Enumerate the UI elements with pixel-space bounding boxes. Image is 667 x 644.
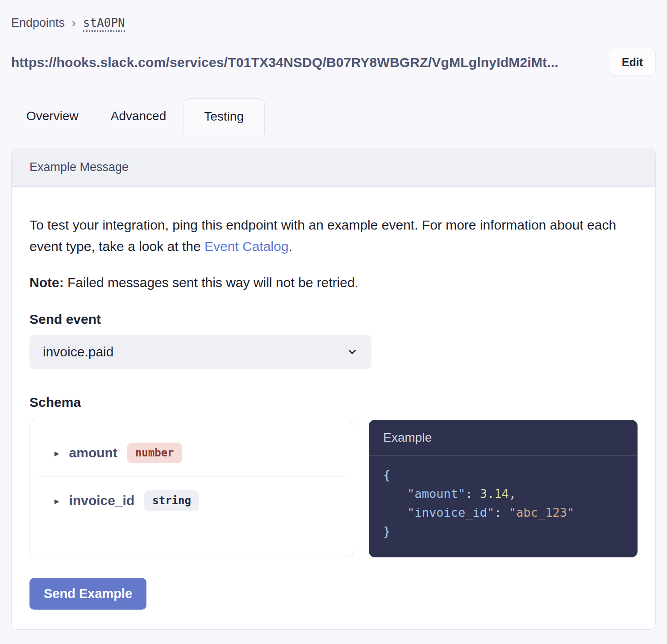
note-text: Note: Failed messages sent this way will… (29, 275, 638, 290)
json-value-invoice-id: "abc_123" (509, 506, 574, 519)
type-badge-number: number (127, 443, 182, 463)
json-open-brace: { (383, 468, 390, 482)
json-value-amount: 3.14 (480, 487, 509, 501)
page: Endpoints › stA0PN https://hooks.slack.c… (0, 0, 667, 630)
json-colon: : (465, 487, 480, 501)
event-select[interactable]: invoice.paid (29, 335, 371, 369)
json-close-brace: } (383, 524, 390, 538)
json-colon: : (494, 506, 509, 519)
disclosure-triangle-icon[interactable] (54, 448, 59, 458)
schema-field-name: amount (69, 445, 117, 460)
tab-overview[interactable]: Overview (11, 98, 94, 134)
breadcrumb: Endpoints › stA0PN (11, 0, 656, 32)
card-body: To test your integration, ping this endp… (12, 187, 655, 629)
intro-text-after-link: . (288, 239, 292, 254)
json-comma: , (509, 487, 516, 501)
json-key-amount: "amount" (407, 487, 465, 501)
tab-bar: Overview Advanced Testing (11, 98, 656, 134)
event-catalog-link[interactable]: Event Catalog (204, 239, 288, 254)
note-body: Failed messages sent this way will not b… (64, 275, 359, 290)
schema-panel: amount number invoice_id string (29, 420, 353, 557)
tab-testing[interactable]: Testing (183, 98, 265, 134)
send-event-label: Send event (29, 312, 638, 327)
breadcrumb-endpoints-link[interactable]: Endpoints (11, 16, 65, 30)
endpoint-url-row: https://hooks.slack.com/services/T01TX34… (11, 49, 656, 76)
intro-text-before-link: To test your integration, ping this endp… (29, 217, 616, 254)
breadcrumb-chevron-icon: › (72, 16, 76, 30)
edit-url-button[interactable]: Edit (609, 49, 656, 76)
note-label: Note: (29, 275, 64, 290)
json-key-invoice-id: "invoice_id" (407, 506, 494, 519)
event-select-value: invoice.paid (43, 344, 113, 360)
example-json-code: { "amount": 3.14, "invoice_id": "abc_123… (369, 456, 638, 551)
example-json-panel: Example { "amount": 3.14, "invoice_id": … (369, 420, 638, 557)
schema-row-invoice-id[interactable]: invoice_id string (30, 477, 353, 524)
example-message-card: Example Message To test your integration… (11, 148, 656, 630)
schema-panels: amount number invoice_id string Example … (29, 420, 638, 557)
example-panel-title: Example (369, 420, 638, 456)
intro-text: To test your integration, ping this endp… (29, 214, 638, 257)
chevron-down-icon (346, 346, 358, 358)
schema-label: Schema (29, 395, 638, 410)
card-title: Example Message (12, 148, 655, 187)
breadcrumb-endpoint-id[interactable]: stA0PN (83, 16, 125, 32)
endpoint-url: https://hooks.slack.com/services/T01TX34… (11, 55, 559, 70)
disclosure-triangle-icon[interactable] (54, 496, 59, 506)
send-example-button[interactable]: Send Example (29, 578, 146, 610)
type-badge-string: string (144, 490, 199, 511)
schema-row-amount[interactable]: amount number (30, 429, 353, 477)
schema-field-name: invoice_id (69, 493, 135, 508)
tab-advanced[interactable]: Advanced (96, 98, 182, 134)
